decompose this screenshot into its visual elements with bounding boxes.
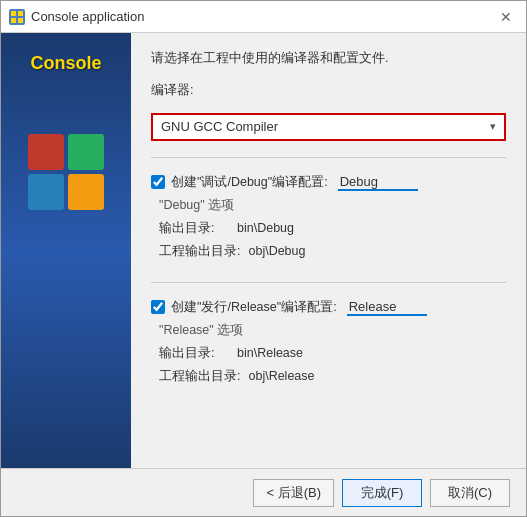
debug-options-label: "Debug" 选项 (151, 197, 506, 214)
svg-rect-0 (11, 11, 16, 16)
cube-grid (28, 134, 104, 210)
compiler-label: 编译器: (151, 82, 506, 99)
debug-project-output-value: obj\Debug (248, 244, 305, 258)
release-config-section: 创建"发行/Release"编译配置: "Release" 选项 输出目录: b… (151, 299, 506, 385)
left-panel: Console (1, 33, 131, 468)
debug-output-dir-label: 输出目录: (159, 220, 229, 237)
divider-2 (151, 282, 506, 283)
app-icon (9, 9, 25, 25)
release-checkbox-container: 创建"发行/Release"编译配置: (151, 299, 337, 316)
release-checkbox[interactable] (151, 300, 165, 314)
intro-text: 请选择在工程中使用的编译器和配置文件. (151, 49, 506, 68)
release-output-dir-label: 输出目录: (159, 345, 229, 362)
compiler-dropdown[interactable]: GNU GCC Compiler ▾ (151, 113, 506, 141)
svg-rect-1 (18, 11, 23, 16)
release-project-output-label: 工程输出目录: (159, 368, 240, 385)
cancel-button[interactable]: 取消(C) (430, 479, 510, 507)
release-config-name-input[interactable] (347, 299, 427, 316)
release-output-dir-value: bin\Release (237, 346, 303, 360)
debug-checkbox[interactable] (151, 175, 165, 189)
back-button[interactable]: < 后退(B) (253, 479, 334, 507)
right-panel: 请选择在工程中使用的编译器和配置文件. 编译器: GNU GCC Compile… (131, 33, 526, 468)
debug-project-output-label: 工程输出目录: (159, 243, 240, 260)
cube-blue (28, 174, 64, 210)
finish-button[interactable]: 完成(F) (342, 479, 422, 507)
compiler-selected-value: GNU GCC Compiler (161, 119, 278, 134)
title-bar: Console application ✕ (1, 1, 526, 33)
console-application-dialog: Console application ✕ Console 请选择在工程中使用的… (0, 0, 527, 517)
close-button[interactable]: ✕ (494, 5, 518, 29)
release-project-output-row: 工程输出目录: obj\Release (151, 368, 506, 385)
cube-yellow (68, 174, 104, 210)
release-options-label: "Release" 选项 (151, 322, 506, 339)
footer: < 后退(B) 完成(F) 取消(C) (1, 468, 526, 516)
release-project-output-value: obj\Release (248, 369, 314, 383)
divider-1 (151, 157, 506, 158)
release-checkbox-row: 创建"发行/Release"编译配置: (151, 299, 506, 316)
debug-config-name-input[interactable] (338, 174, 418, 191)
svg-rect-2 (11, 18, 16, 23)
title-bar-left: Console application (9, 9, 144, 25)
svg-rect-3 (18, 18, 23, 23)
release-checkbox-label: 创建"发行/Release"编译配置: (171, 299, 337, 316)
debug-project-output-row: 工程输出目录: obj\Debug (151, 243, 506, 260)
dropdown-arrow-icon: ▾ (490, 120, 496, 133)
dialog-title: Console application (31, 9, 144, 24)
debug-config-section: 创建"调试/Debug"编译配置: "Debug" 选项 输出目录: bin\D… (151, 174, 506, 260)
debug-checkbox-row: 创建"调试/Debug"编译配置: (151, 174, 506, 191)
debug-checkbox-label: 创建"调试/Debug"编译配置: (171, 174, 328, 191)
debug-output-dir-row: 输出目录: bin\Debug (151, 220, 506, 237)
app-name-label: Console (30, 53, 101, 74)
debug-checkbox-container: 创建"调试/Debug"编译配置: (151, 174, 328, 191)
cube-green (68, 134, 104, 170)
debug-output-dir-value: bin\Debug (237, 221, 294, 235)
cube-red (28, 134, 64, 170)
release-output-dir-row: 输出目录: bin\Release (151, 345, 506, 362)
dialog-body: Console 请选择在工程中使用的编译器和配置文件. 编译器: GNU GCC… (1, 33, 526, 468)
